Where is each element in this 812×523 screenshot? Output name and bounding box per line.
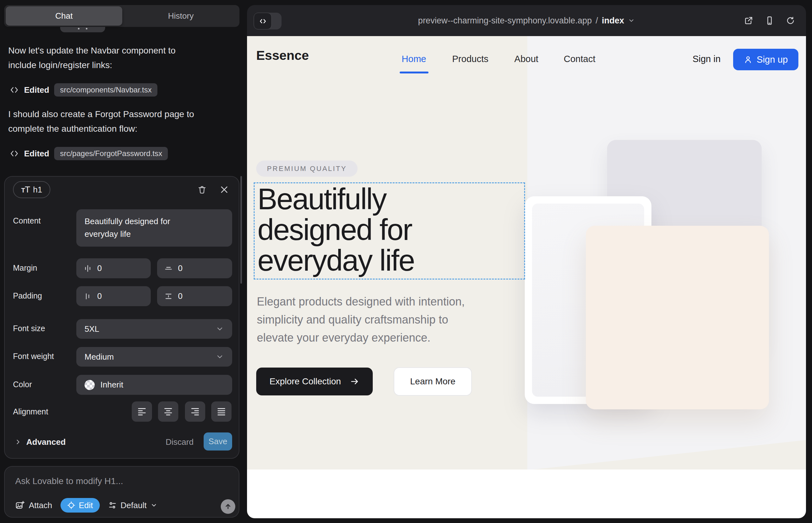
mode-selector[interactable]: Default	[108, 501, 157, 510]
padding-horizontal-icon	[83, 292, 92, 301]
open-external-button[interactable]	[744, 16, 754, 25]
next-section-background	[247, 469, 806, 518]
font-size-label: Font size	[13, 324, 45, 333]
edit-mode-button[interactable]: Edit	[60, 498, 100, 512]
advanced-label: Advanced	[26, 437, 66, 447]
sign-in-link[interactable]: Sign in	[693, 54, 721, 64]
padding-horizontal-value: 0	[97, 291, 102, 301]
close-editor-button[interactable]	[217, 183, 231, 196]
align-justify-button[interactable]	[211, 401, 231, 422]
external-link-icon	[744, 16, 754, 25]
preview-frame: preview--charming-site-symphony.lovable.…	[247, 5, 806, 518]
font-size-select[interactable]: 5XL	[76, 319, 232, 339]
margin-vertical-value: 0	[178, 264, 182, 273]
attach-button[interactable]: Attach	[15, 501, 52, 510]
sign-up-button[interactable]: Sign up	[733, 49, 798, 70]
code-toggle-segment[interactable]	[254, 13, 272, 30]
refresh-icon	[786, 16, 795, 25]
refresh-button[interactable]	[786, 16, 795, 25]
edit-label: Edit	[79, 501, 93, 510]
url-separator: /	[596, 16, 598, 26]
chat-sidebar: Chat History Now let's update the Navbar…	[0, 0, 247, 523]
content-label: Content	[13, 216, 41, 226]
url-page: index	[602, 16, 624, 26]
assistant-message: I should also create a Forgot Password p…	[8, 107, 230, 136]
align-right-icon	[190, 407, 200, 417]
composer-input[interactable]: Ask Lovable to modify H1...	[15, 476, 123, 486]
trash-icon	[197, 185, 207, 194]
color-label: Color	[13, 380, 32, 389]
save-button[interactable]: Save	[204, 432, 232, 451]
edited-file-row: Edited src/components/Navbar.tsx	[10, 83, 157, 97]
attach-label: Attach	[29, 501, 52, 510]
arrow-right-icon	[350, 377, 359, 386]
file-chip[interactable]: src/pages/ForgotPassword.tsx	[54, 147, 168, 160]
align-center-button[interactable]	[158, 401, 178, 422]
align-left-button[interactable]	[132, 401, 152, 422]
content-textarea[interactable]: Beautifully designed for everyday life	[76, 209, 232, 247]
margin-horizontal-input[interactable]: 0	[76, 258, 151, 278]
align-right-button[interactable]	[185, 401, 205, 422]
margin-horizontal-value: 0	[97, 264, 102, 273]
advanced-toggle[interactable]: Advanced	[14, 434, 66, 450]
sign-up-label: Sign up	[757, 54, 788, 65]
margin-vertical-icon	[164, 264, 173, 273]
explore-collection-label: Explore Collection	[269, 376, 341, 386]
nav-link-about[interactable]: About	[514, 54, 539, 64]
element-editor-panel: TT h1 Content Beautifully designed for e…	[4, 176, 240, 459]
explore-collection-button[interactable]: Explore Collection	[256, 367, 373, 395]
code-icon	[10, 85, 19, 95]
site-brand[interactable]: Essence	[256, 48, 309, 63]
assistant-message: Now let's update the Navbar component to…	[8, 43, 230, 72]
target-icon	[67, 501, 75, 509]
hero-heading[interactable]: Beautifully designed for everyday life	[258, 184, 414, 276]
chevron-down-icon	[216, 325, 224, 333]
padding-label: Padding	[13, 291, 42, 301]
decor-card-beige	[586, 226, 769, 409]
color-select[interactable]: Inherit	[76, 375, 232, 395]
send-button[interactable]	[221, 499, 235, 514]
margin-horizontal-icon	[83, 264, 92, 273]
tab-history[interactable]: History	[122, 5, 240, 27]
chevron-down-icon	[216, 353, 224, 361]
mobile-icon	[765, 16, 774, 25]
margin-label: Margin	[13, 264, 37, 273]
nav-link-products[interactable]: Products	[452, 54, 488, 64]
topbar-actions	[744, 5, 795, 36]
padding-vertical-icon	[164, 292, 173, 301]
text-style-icon: TT	[21, 184, 30, 195]
url-domain: preview--charming-site-symphony.lovable.…	[418, 16, 592, 26]
preview-url[interactable]: preview--charming-site-symphony.lovable.…	[418, 5, 635, 36]
nav-link-contact[interactable]: Contact	[564, 54, 595, 64]
margin-vertical-input[interactable]: 0	[157, 258, 232, 278]
nav-link-home[interactable]: Home	[402, 54, 426, 64]
padding-vertical-input[interactable]: 0	[157, 286, 232, 306]
app-root: Chat History Now let's update the Navbar…	[0, 0, 812, 523]
chevron-down-icon	[628, 17, 635, 24]
selected-element-tag: TT h1	[13, 181, 50, 198]
file-chip[interactable]: src/components/Navbar.tsx	[54, 83, 157, 96]
chat-history-tabs: Chat History	[4, 5, 240, 27]
scrollbar-thumb[interactable]	[240, 176, 242, 284]
save-label: Save	[208, 437, 227, 446]
diagonal-divider	[533, 440, 806, 469]
discard-label: Discard	[166, 437, 194, 447]
site-viewport: Essence Home Products About Contact Sign…	[247, 36, 806, 469]
user-icon	[744, 55, 753, 64]
padding-horizontal-input[interactable]: 0	[76, 286, 151, 306]
tab-chat[interactable]: Chat	[6, 6, 122, 26]
delete-element-button[interactable]	[195, 183, 209, 196]
arrow-up-icon	[224, 502, 232, 511]
code-preview-toggle[interactable]	[254, 13, 282, 30]
edited-label: Edited	[24, 85, 49, 95]
sliders-icon	[108, 501, 117, 510]
font-weight-select[interactable]: Medium	[76, 347, 232, 366]
premium-quality-badge: PREMIUM QUALITY	[256, 161, 357, 177]
discard-button[interactable]: Discard	[166, 434, 194, 450]
attach-image-icon	[15, 501, 25, 510]
chevron-right-icon	[14, 438, 22, 446]
element-tag-label: h1	[33, 185, 42, 195]
learn-more-button[interactable]: Learn More	[394, 367, 472, 396]
mobile-view-button[interactable]	[765, 16, 774, 25]
align-left-icon	[137, 407, 147, 417]
